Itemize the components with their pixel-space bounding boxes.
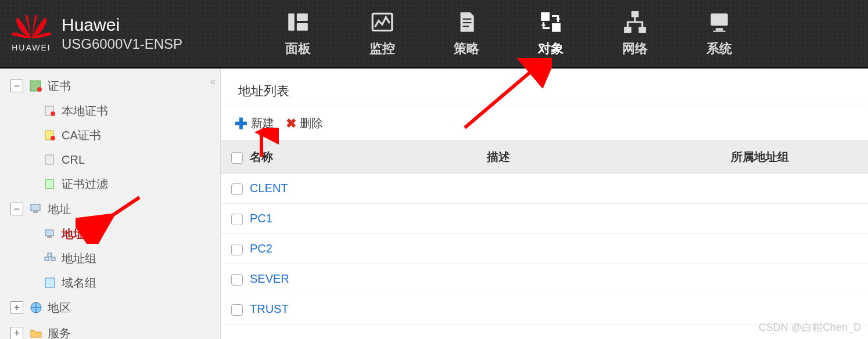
brand-block: HUAWEI Huawei USG6000V1-ENSP [0, 15, 256, 52]
expand-icon[interactable]: + [10, 301, 23, 314]
svg-rect-15 [713, 31, 725, 32]
new-button[interactable]: ✚ 新建 [235, 116, 274, 131]
svg-marker-8 [555, 19, 560, 21]
huawei-logo: HUAWEI [12, 15, 51, 52]
cert-icon [29, 79, 43, 93]
tree-node-crl[interactable]: CRL [43, 147, 220, 172]
table-row: TRUST [221, 294, 868, 324]
svg-point-21 [51, 136, 55, 140]
panel-icon [286, 10, 310, 34]
policy-icon [454, 10, 479, 34]
globe-icon [29, 301, 43, 315]
monitor-icon [370, 10, 394, 34]
nav-panel[interactable]: 面板 [256, 0, 340, 67]
toolbar: ✚ 新建 ✖ 删除 [221, 106, 868, 140]
computer-icon [29, 202, 43, 216]
huawei-logo-icon [12, 15, 51, 41]
col-group: 所属地址组 [731, 150, 789, 163]
svg-rect-24 [31, 204, 40, 211]
nav-monitor[interactable]: 监控 [340, 0, 424, 67]
collapse-icon[interactable]: − [10, 203, 23, 215]
svg-rect-27 [47, 236, 52, 238]
file-icon [43, 128, 57, 142]
svg-rect-4 [462, 22, 471, 23]
svg-rect-28 [45, 257, 49, 261]
svg-marker-9 [541, 23, 546, 26]
svg-rect-23 [45, 179, 53, 189]
svg-rect-31 [45, 278, 55, 287]
collapse-icon[interactable]: − [10, 80, 23, 92]
row-desc [476, 204, 720, 234]
main-content: 地址列表 ✚ 新建 ✖ 删除 名称 描述 所属地址组 CLENTPC1PC2SE… [221, 68, 868, 339]
file-icon [43, 104, 57, 118]
row-desc [476, 294, 720, 324]
row-name-link[interactable]: TRUST [250, 302, 289, 315]
svg-rect-2 [296, 23, 307, 31]
row-name-link[interactable]: PC1 [250, 212, 272, 225]
tree-node-local-cert[interactable]: 本地证书 [43, 99, 220, 123]
expand-icon[interactable]: + [10, 327, 23, 339]
table-row: PC1 [221, 204, 868, 234]
row-name-link[interactable]: SEVER [250, 272, 289, 285]
tree-node-cert-filter[interactable]: 证书过滤 [43, 172, 220, 196]
svg-rect-5 [462, 26, 469, 27]
svg-rect-7 [552, 23, 561, 32]
row-name-link[interactable]: CLENT [250, 182, 288, 194]
row-group [720, 264, 868, 294]
svg-rect-10 [631, 11, 639, 17]
system-icon [707, 10, 731, 34]
row-checkbox[interactable] [231, 304, 243, 316]
tree-node-domain-group[interactable]: 域名组 [43, 271, 220, 295]
svg-rect-22 [45, 155, 53, 164]
group-icon [43, 251, 57, 265]
nav-network[interactable]: 网络 [593, 0, 677, 67]
delete-button[interactable]: ✖ 删除 [286, 116, 323, 131]
svg-rect-3 [462, 19, 471, 20]
row-desc [476, 234, 720, 264]
delete-icon: ✖ [286, 117, 296, 130]
nav-object[interactable]: 对象 [508, 0, 593, 67]
svg-rect-12 [639, 27, 646, 33]
app-header: HUAWEI Huawei USG6000V1-ENSP 面板 监控 策略 对象… [0, 0, 868, 68]
row-desc [476, 174, 720, 204]
file-icon [43, 153, 57, 167]
tree-node-address-item[interactable]: 地址 [43, 222, 220, 246]
object-icon [539, 10, 563, 34]
row-group [720, 174, 868, 204]
table-row: SEVER [221, 264, 868, 294]
table-row: CLENT [221, 174, 868, 204]
sidebar: « − 证书 本地证书 CA证书 CRL 证书过滤 − [0, 68, 221, 339]
table-row: PC2 [221, 234, 868, 264]
tree-node-address-group[interactable]: 地址组 [43, 246, 220, 271]
tree-node-region[interactable]: + 地区 [10, 295, 220, 320]
svg-rect-6 [541, 12, 550, 21]
tree-node-service[interactable]: + 服务 [10, 320, 220, 339]
logo-text: HUAWEI [12, 43, 51, 52]
network-icon [623, 10, 647, 34]
select-all-checkbox[interactable] [231, 152, 243, 164]
brand-subtitle: USG6000V1-ENSP [62, 36, 182, 52]
row-group [720, 234, 868, 264]
svg-rect-26 [45, 230, 53, 236]
row-checkbox[interactable] [231, 183, 243, 195]
svg-rect-14 [715, 28, 723, 31]
row-group [720, 294, 868, 324]
brand-title: Huawei [62, 15, 182, 35]
nav-policy[interactable]: 策略 [424, 0, 508, 67]
computer-icon [43, 227, 57, 241]
folder-icon [29, 326, 43, 339]
tree-node-ca-cert[interactable]: CA证书 [43, 123, 220, 147]
row-name-link[interactable]: PC2 [250, 242, 272, 255]
sidebar-collapse-icon[interactable]: « [210, 75, 216, 88]
nav-system[interactable]: 系统 [677, 0, 761, 67]
col-name: 名称 [250, 150, 273, 163]
row-checkbox[interactable] [231, 274, 243, 286]
row-checkbox[interactable] [231, 244, 243, 255]
plus-icon: ✚ [235, 116, 248, 131]
top-nav: 面板 监控 策略 对象 网络 系统 [256, 0, 761, 67]
row-checkbox[interactable] [231, 214, 243, 225]
tree-node-cert[interactable]: − 证书 [10, 73, 220, 99]
tree-node-address[interactable]: − 地址 [10, 196, 220, 222]
file-icon [43, 177, 57, 191]
panel-title: 地址列表 [224, 72, 865, 106]
